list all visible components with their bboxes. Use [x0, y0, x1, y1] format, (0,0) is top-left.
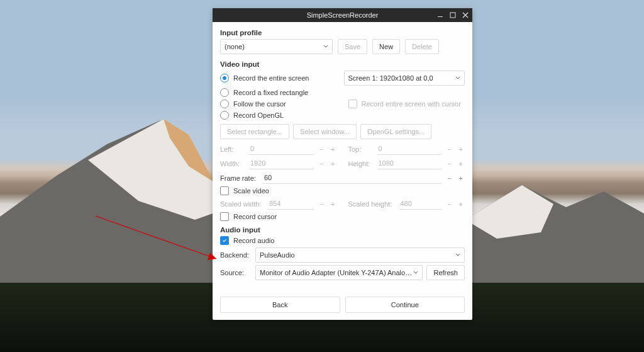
svg-rect-6: [438, 16, 443, 17]
backend-dropdown[interactable]: PulseAudio: [255, 247, 465, 263]
svg-marker-2: [164, 119, 214, 182]
minus-icon[interactable]: −: [445, 174, 453, 182]
radio-entire-label: Record the entire screen: [233, 74, 309, 82]
radio-entire-screen[interactable]: Record the entire screen: [220, 74, 333, 82]
scaled-height-field: Scaled height: 480 − +: [348, 198, 465, 210]
maximize-button[interactable]: [448, 11, 457, 20]
profile-delete-button[interactable]: Delete: [405, 39, 439, 54]
height-field: Height: 1080 − +: [348, 157, 465, 169]
width-field: Width: 1920 − +: [220, 157, 337, 169]
backend-value: PulseAudio: [260, 251, 455, 259]
framerate-field: Frame rate: 60 − +: [220, 172, 465, 184]
checkbox-icon: [348, 99, 357, 108]
radio-icon: [220, 88, 229, 97]
chevron-down-icon: [413, 270, 418, 275]
radio-cursor-label: Follow the cursor: [233, 100, 286, 108]
audio-input-heading: Audio input: [220, 226, 465, 234]
source-dropdown[interactable]: Monitor of Audio Adapter (Unitek Y-247A)…: [255, 265, 423, 280]
source-value: Monitor of Audio Adapter (Unitek Y-247A)…: [260, 269, 413, 276]
radio-rect-label: Record a fixed rectangle: [233, 89, 308, 96]
back-button[interactable]: Back: [220, 297, 340, 313]
backend-label: Backend:: [220, 251, 252, 259]
app-window: SimpleScreenRecorder Input profile (none…: [213, 8, 472, 320]
window-title: SimpleScreenRecorder: [307, 11, 379, 19]
scale-video-label: Scale video: [233, 187, 269, 195]
radio-icon: [220, 111, 229, 120]
minus-icon[interactable]: −: [318, 160, 325, 167]
profile-dropdown[interactable]: (none): [220, 39, 333, 54]
minus-icon[interactable]: −: [318, 145, 325, 153]
check-entire-with-cursor: Record entire screen with cursor: [348, 99, 465, 108]
opengl-settings-button[interactable]: OpenGL settings...: [360, 124, 431, 139]
radio-opengl-label: Record OpenGL: [233, 111, 284, 119]
profile-save-button[interactable]: Save: [338, 39, 367, 54]
select-window-button[interactable]: Select window...: [293, 124, 357, 139]
close-button[interactable]: [461, 11, 470, 20]
video-input-heading: Video input: [220, 60, 465, 68]
radio-fixed-rectangle[interactable]: Record a fixed rectangle: [220, 88, 465, 97]
scaled-width-field: Scaled width: 854 − +: [220, 198, 337, 210]
checkbox-icon: [220, 186, 229, 195]
svg-rect-7: [450, 13, 455, 18]
refresh-button[interactable]: Refresh: [426, 265, 465, 280]
continue-button[interactable]: Continue: [345, 297, 465, 313]
plus-icon[interactable]: +: [329, 145, 336, 153]
minus-icon[interactable]: −: [445, 160, 453, 167]
screen-selector-dropdown[interactable]: Screen 1: 1920x1080 at 0,0: [344, 71, 465, 86]
record-audio-label: Record audio: [233, 237, 274, 244]
svg-line-4: [96, 216, 216, 259]
plus-icon[interactable]: +: [457, 160, 465, 167]
top-field: Top: 0 − +: [348, 143, 465, 155]
plus-icon[interactable]: +: [329, 160, 336, 167]
radio-opengl[interactable]: Record OpenGL: [220, 111, 465, 120]
minus-icon[interactable]: −: [445, 200, 453, 208]
source-label: Source:: [220, 269, 252, 276]
record-audio-check[interactable]: Record audio: [220, 236, 465, 245]
checkbox-icon: [220, 236, 229, 245]
screen-value: Screen 1: 1920x1080 at 0,0: [348, 74, 456, 82]
plus-icon[interactable]: +: [329, 200, 336, 208]
radio-follow-cursor[interactable]: Follow the cursor: [220, 99, 337, 108]
profile-new-button[interactable]: New: [372, 39, 400, 54]
plus-icon[interactable]: +: [457, 200, 465, 208]
chevron-down-icon: [455, 76, 460, 81]
chevron-down-icon: [323, 44, 328, 49]
minimize-button[interactable]: [436, 11, 445, 20]
select-rectangle-button[interactable]: Select rectangle...: [220, 124, 289, 139]
record-cursor-label: Record cursor: [233, 213, 277, 220]
minus-icon[interactable]: −: [318, 200, 325, 208]
chevron-down-icon: [455, 253, 460, 258]
plus-icon[interactable]: +: [457, 174, 465, 182]
titlebar: SimpleScreenRecorder: [213, 8, 472, 22]
profile-value: (none): [225, 43, 323, 50]
record-cursor-check[interactable]: Record cursor: [220, 212, 465, 221]
entire-with-cursor-label: Record entire screen with cursor: [362, 100, 461, 108]
checkbox-icon: [220, 212, 229, 221]
minus-icon[interactable]: −: [445, 145, 453, 153]
radio-icon: [220, 74, 229, 82]
radio-icon: [220, 99, 229, 108]
input-profile-heading: Input profile: [220, 29, 465, 37]
svg-marker-3: [465, 185, 553, 239]
left-field: Left: 0 − +: [220, 143, 337, 155]
plus-icon[interactable]: +: [457, 145, 465, 153]
scale-video-check[interactable]: Scale video: [220, 186, 465, 195]
